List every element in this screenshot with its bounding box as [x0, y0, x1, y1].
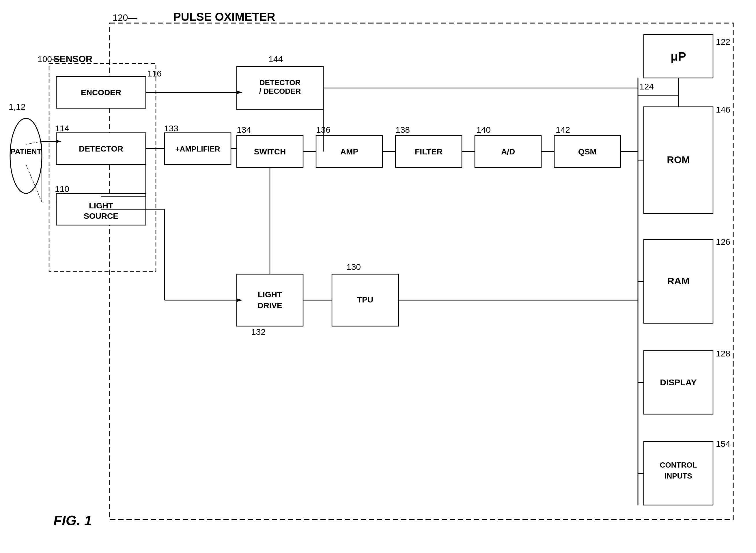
ram-label: RAM: [667, 275, 689, 286]
diagram-svg: PULSE OXIMETER 120— SENSOR 100— PATIENT …: [0, 0, 756, 553]
ref-132: 132: [251, 327, 266, 336]
ref-100: 100—: [37, 54, 61, 64]
ref-110: 110: [55, 184, 69, 194]
encoder-label: ENCODER: [81, 88, 121, 97]
ref-112: 1,12: [9, 102, 25, 111]
patient-label: PATIENT: [10, 147, 41, 156]
ad-label: A/D: [501, 147, 515, 156]
ref-138: 138: [395, 125, 410, 135]
light-drive-label-2: DRIVE: [257, 301, 282, 310]
ref-144: 144: [269, 54, 283, 64]
diagram-container: PULSE OXIMETER 120— SENSOR 100— PATIENT …: [0, 0, 756, 553]
ref-133: 133: [164, 124, 178, 133]
ref-146: 146: [716, 105, 730, 114]
ref-142: 142: [556, 125, 570, 135]
ref-126: 126: [716, 237, 730, 246]
light-source-label-1: LIGHT: [89, 201, 113, 210]
detector-label: DETECTOR: [79, 144, 123, 153]
qsm-label: QSM: [578, 147, 597, 156]
ref-116: 116: [147, 69, 162, 78]
detector-decoder-label-2: / DECODER: [259, 87, 301, 95]
ref-130: 130: [347, 262, 361, 271]
ref-114: 114: [55, 124, 69, 133]
ref-128: 128: [716, 349, 730, 358]
patient-sig-2: [26, 164, 42, 202]
rom-label: ROM: [667, 154, 690, 165]
switch-label: SWITCH: [254, 147, 286, 156]
up-label: μP: [671, 50, 686, 63]
ref-124: 124: [639, 82, 654, 91]
pulse-oximeter-label: PULSE OXIMETER: [173, 10, 275, 23]
patient-sig-1: [26, 141, 42, 144]
detector-decoder-label-1: DETECTOR: [259, 78, 301, 87]
pulse-oximeter-box: [110, 23, 733, 520]
amplifier-label: +AMPLIFIER: [175, 145, 220, 153]
light-drive-block: [237, 274, 303, 326]
ref-122: 122: [716, 37, 730, 47]
control-inputs-label-1: CONTROL: [660, 461, 697, 469]
light-source-label-2: SOURCE: [84, 212, 118, 221]
filter-label: FILTER: [415, 147, 443, 156]
control-inputs-label-2: INPUTS: [665, 472, 692, 480]
figure-label: FIG. 1: [53, 513, 92, 528]
ref-134: 134: [237, 125, 251, 135]
ref-120: 120—: [112, 12, 137, 23]
tpu-label: TPU: [357, 295, 373, 304]
amp-label: AMP: [340, 147, 358, 156]
ref-154: 154: [716, 439, 730, 449]
patient-shape: [10, 118, 42, 193]
ref-140: 140: [476, 125, 491, 135]
light-drive-label-1: LIGHT: [258, 290, 282, 299]
display-label: DISPLAY: [660, 378, 696, 387]
